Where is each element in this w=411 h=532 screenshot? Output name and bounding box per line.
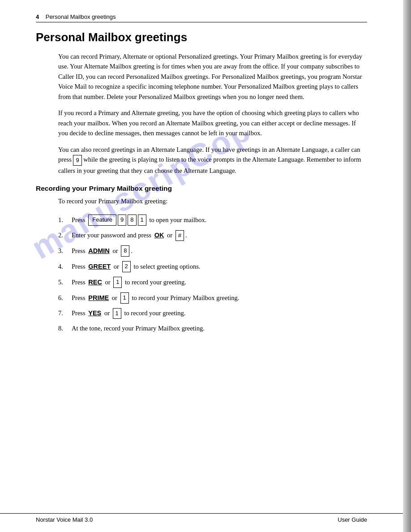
step-3-or: or <box>111 246 120 256</box>
step-6: 6. Press PRIME or 1 to record your Prima… <box>58 292 367 304</box>
step-2-or: or <box>165 230 174 240</box>
step-7: 7. Press YES or 1 to record your greetin… <box>58 308 367 319</box>
key-hash: # <box>176 230 184 241</box>
softkey-prime: PRIME <box>88 293 109 303</box>
step-7-or: or <box>103 308 111 318</box>
step-7-num: 7. <box>58 308 72 318</box>
header-chapter: 4 Personal Mailbox greetings <box>36 13 116 20</box>
paragraph2: If you record a Primary and Alternate gr… <box>58 108 367 138</box>
intro-paragraph: You can record Primary, Alternate or opt… <box>58 51 367 102</box>
step-5-after: to record your greeting. <box>123 277 186 287</box>
step-8-num: 8. <box>58 323 72 334</box>
header-title: Personal Mailbox greetings <box>46 13 116 20</box>
step-3-after: . <box>131 246 133 256</box>
key-1-step5: 1 <box>113 277 122 288</box>
footer-right: User Guide <box>338 516 367 523</box>
step-5: 5. Press REC or 1 to record your greetin… <box>58 277 367 288</box>
header-spacer <box>41 13 44 20</box>
step-3-press: Press <box>72 246 87 256</box>
softkey-rec: REC <box>88 277 102 287</box>
step-6-after: to record your Primary Mailbox greeting. <box>130 293 240 303</box>
step-3-num: 3. <box>58 246 72 256</box>
step-6-num: 6. <box>58 293 72 303</box>
page: manuscripCop 4 Personal Mailbox greeting… <box>0 0 411 532</box>
section-heading: Recording your Primary Mailbox greeting <box>36 184 367 193</box>
step-7-press: Press <box>72 308 87 318</box>
key-8-step3: 8 <box>121 245 129 257</box>
step-2-before: Enter your password and press <box>72 230 153 240</box>
step-6-content: Press PRIME or 1 to record your Primary … <box>72 292 239 304</box>
step-4-after: to select greeting options. <box>132 262 201 272</box>
key-feature: Feature <box>88 215 116 226</box>
step-6-press: Press <box>72 293 87 303</box>
step-8-content: At the tone, record your Primary Mailbox… <box>72 323 205 334</box>
step-1-num: 1. <box>58 215 72 225</box>
step-5-num: 5. <box>58 277 72 287</box>
step-7-after: to record your greeting. <box>123 308 186 318</box>
step-4-content: Press GREET or 2 to select greeting opti… <box>72 261 200 272</box>
softkey-admin: ADMIN <box>88 246 110 256</box>
header-bar: 4 Personal Mailbox greetings <box>36 13 367 22</box>
step-1-text: to open your mailbox. <box>148 215 207 225</box>
step-3-content: Press ADMIN or 8 . <box>72 245 133 257</box>
page-title: Personal Mailbox greetings <box>36 30 367 44</box>
step-4-num: 4. <box>58 262 72 272</box>
step-2-after: . <box>185 230 187 240</box>
chapter-number: 4 <box>36 13 39 20</box>
step-2: 2. Enter your password and press OK or #… <box>58 230 367 241</box>
key-8: 8 <box>128 215 136 226</box>
step-3: 3. Press ADMIN or 8 . <box>58 245 367 257</box>
step-8: 8. At the tone, record your Primary Mail… <box>58 323 367 334</box>
step-5-press: Press <box>72 277 87 287</box>
step-1-press: Press <box>72 215 87 225</box>
paragraph3: You can also record greetings in an Alte… <box>58 145 367 176</box>
key-1-step7: 1 <box>113 308 121 319</box>
footer-left: Norstar Voice Mail 3.0 <box>36 516 93 523</box>
key-1-step6: 1 <box>120 292 129 304</box>
step-6-or: or <box>110 293 119 303</box>
step-2-content: Enter your password and press OK or # . <box>72 230 187 241</box>
step-7-content: Press YES or 1 to record your greeting. <box>72 308 185 319</box>
step-4: 4. Press GREET or 2 to select greeting o… <box>58 261 367 272</box>
key-2: 2 <box>122 261 131 272</box>
step-8-text: At the tone, record your Primary Mailbox… <box>72 323 205 334</box>
step-5-or: or <box>103 277 112 287</box>
softkey-yes: YES <box>88 308 101 318</box>
key-1: 1 <box>138 215 146 226</box>
step-4-or: or <box>112 262 120 272</box>
step-4-press: Press <box>72 262 87 272</box>
step-1: 1. Press Feature 9 8 1 to open your mail… <box>58 215 367 226</box>
steps-list: 1. Press Feature 9 8 1 to open your mail… <box>58 215 367 334</box>
step-2-num: 2. <box>58 230 72 240</box>
section-intro: To record your Primary Mailbox greeting: <box>58 196 367 206</box>
footer: Norstar Voice Mail 3.0 User Guide <box>0 513 403 523</box>
main-content: 4 Personal Mailbox greetings Personal Ma… <box>0 0 403 365</box>
step-1-content: Press Feature 9 8 1 to open your mailbox… <box>72 215 206 226</box>
softkey-greet: GREET <box>88 262 111 272</box>
key-9: 9 <box>118 215 126 226</box>
step-5-content: Press REC or 1 to record your greeting. <box>72 277 186 288</box>
key-9-inline: 9 <box>73 155 81 166</box>
paragraph3-after: while the greeting is playing to listen … <box>58 156 361 174</box>
softkey-ok: OK <box>154 230 164 240</box>
